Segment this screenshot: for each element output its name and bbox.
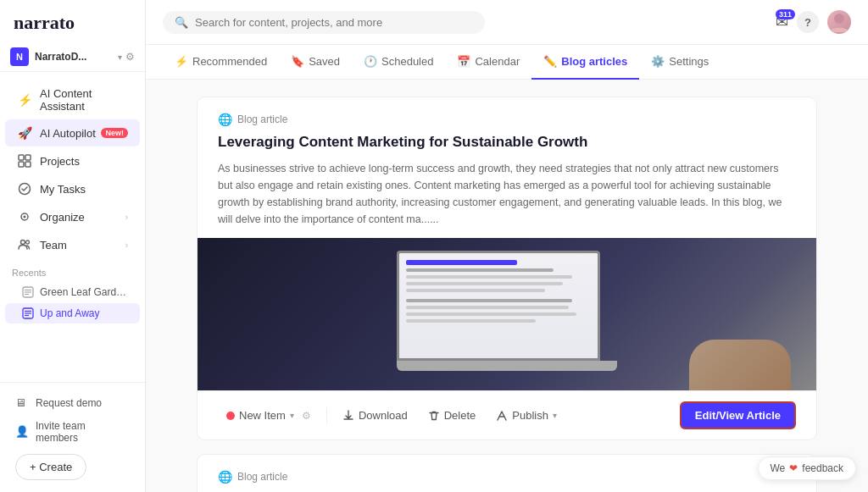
- laptop-illustration: [397, 251, 617, 382]
- sidebar-item-organize[interactable]: Organize ›: [5, 203, 140, 230]
- screen-line: [406, 299, 572, 302]
- sidebar-item-label: Organize: [40, 211, 125, 224]
- recent-item-up-and-away[interactable]: Up and Away: [5, 303, 140, 323]
- tab-saved[interactable]: 🔖 Saved: [279, 45, 352, 80]
- tab-blog-articles[interactable]: ✏️ Blog articles: [531, 45, 639, 80]
- tab-settings[interactable]: ⚙️ Settings: [639, 45, 721, 80]
- sidebar-item-projects[interactable]: Projects: [5, 147, 140, 174]
- calendar-icon: 📅: [457, 55, 470, 68]
- notifications-button[interactable]: ✉ 311: [776, 13, 788, 31]
- app-logo: narrato: [14, 12, 75, 33]
- sidebar-item-label: Team: [40, 239, 125, 252]
- monitor-icon: 🖥: [15, 396, 29, 410]
- separator: [326, 407, 327, 424]
- notification-badge: 311: [776, 9, 795, 19]
- article-image-1: [198, 238, 816, 390]
- new-item-button[interactable]: New Item ▾ ⚙: [218, 404, 320, 427]
- svg-point-7: [21, 240, 25, 245]
- team-icon: [17, 237, 32, 252]
- article-image-visual: [198, 238, 816, 390]
- trash-icon: [428, 410, 440, 422]
- screen-line: [406, 306, 569, 309]
- help-button[interactable]: ?: [797, 11, 819, 33]
- publish-button[interactable]: Publish ▾: [487, 404, 565, 427]
- footer-item-label: Request demo: [36, 397, 102, 409]
- recommended-icon: ⚡: [175, 55, 188, 68]
- sidebar-item-label: AI Autopilot: [40, 127, 97, 140]
- sidebar-item-ai-autopilot[interactable]: 🚀 AI Autopilot New!: [5, 119, 140, 146]
- blog-icon: ✏️: [543, 55, 557, 68]
- workspace-chevron-icon: ▾: [118, 53, 122, 62]
- download-button[interactable]: Download: [334, 404, 416, 427]
- recent-item-green-leaf[interactable]: Green Leaf Gardening: [5, 282, 140, 302]
- heart-icon: ❤: [789, 462, 798, 474]
- recent-item-label: Green Leaf Gardening: [40, 286, 128, 298]
- article-excerpt-1: As businesses strive to achieve long-ter…: [218, 160, 796, 228]
- edit-view-article-button[interactable]: Edit/View Article: [680, 401, 796, 429]
- svg-point-6: [24, 216, 26, 218]
- scheduled-icon: 🕐: [364, 55, 377, 68]
- main-content: 🔍 ✉ 311 ? ⚡ Recommended 🔖 Saved 🕐 Schedu…: [146, 0, 868, 492]
- search-icon: 🔍: [175, 16, 188, 29]
- tab-scheduled[interactable]: 🕐 Scheduled: [352, 45, 445, 80]
- search-box[interactable]: 🔍: [163, 11, 485, 34]
- user-avatar[interactable]: [827, 10, 851, 34]
- workspace-avatar: N: [10, 47, 29, 66]
- screen-line: [406, 275, 572, 279]
- svg-point-8: [26, 240, 30, 244]
- screen-line: [406, 260, 517, 265]
- article-header-2: 🌐 Blog article 7 Proven Strategies for E…: [198, 455, 816, 492]
- expand-arrow-icon: ›: [125, 240, 128, 250]
- article-card-2: 🌐 Blog article 7 Proven Strategies for E…: [197, 454, 817, 492]
- settings-icon: ⚙️: [651, 55, 665, 68]
- svg-point-17: [834, 14, 844, 24]
- content-area: 🌐 Blog article Leveraging Content Market…: [146, 80, 868, 492]
- topbar-actions: ✉ 311 ?: [776, 10, 851, 34]
- article-type-label: 🌐 Blog article: [218, 470, 796, 484]
- add-user-icon: 👤: [15, 425, 29, 439]
- screen-line: [406, 312, 576, 316]
- sidebar-item-my-tasks[interactable]: My Tasks: [5, 175, 140, 202]
- sidebar-item-team[interactable]: Team ›: [5, 231, 140, 258]
- logo-area: narrato: [0, 0, 145, 42]
- tab-recommended[interactable]: ⚡ Recommended: [163, 45, 279, 80]
- hands-visual: [689, 340, 791, 390]
- blog-type-icon: 🌐: [218, 113, 232, 126]
- sidebar-nav: ⚡ AI Content Assistant 🚀 AI Autopilot Ne…: [0, 77, 145, 382]
- workspace-name: NarratoD...: [35, 51, 118, 63]
- recent-icon: [22, 286, 34, 298]
- invite-team-item[interactable]: 👤 Invite team members: [7, 415, 138, 449]
- sidebar-item-ai-content[interactable]: ⚡ AI Content Assistant: [5, 81, 140, 119]
- article-type-label: 🌐 Blog article: [218, 113, 796, 126]
- screen-line: [406, 268, 554, 272]
- tab-calendar[interactable]: 📅 Calendar: [445, 45, 531, 80]
- workspace-selector[interactable]: N NarratoD... ▾ ⚙: [0, 42, 145, 72]
- sidebar-footer: 🖥 Request demo 👤 Invite team members + C…: [0, 382, 145, 492]
- laptop-screen: [397, 251, 600, 361]
- ai-autopilot-icon: 🚀: [17, 125, 32, 141]
- screen-content: [399, 253, 598, 358]
- blog-type-icon: 🌐: [218, 470, 232, 484]
- organize-icon: [17, 209, 32, 224]
- feedback-bubble[interactable]: We ❤ feedback: [758, 456, 857, 480]
- request-demo-item[interactable]: 🖥 Request demo: [7, 391, 138, 415]
- article-title-1: Leveraging Content Marketing for Sustain…: [218, 133, 796, 152]
- laptop-base: [397, 361, 617, 371]
- top-bar: 🔍 ✉ 311 ?: [146, 0, 868, 45]
- settings-icon-small: ⚙: [302, 410, 311, 422]
- delete-button[interactable]: Delete: [420, 404, 485, 427]
- workspace-gear-icon[interactable]: ⚙: [125, 51, 135, 63]
- screen-line: [406, 282, 563, 285]
- sidebar-item-label: My Tasks: [40, 183, 128, 196]
- svg-rect-0: [19, 155, 24, 160]
- expand-arrow-icon: ›: [125, 213, 128, 222]
- article-card-1: 🌐 Blog article Leveraging Content Market…: [197, 97, 817, 440]
- chevron-down-icon: ▾: [553, 411, 557, 420]
- create-button[interactable]: + Create: [15, 454, 86, 480]
- search-input[interactable]: [195, 16, 473, 29]
- article-header-1: 🌐 Blog article Leveraging Content Market…: [198, 97, 816, 238]
- tasks-icon: [17, 181, 32, 196]
- recents-label: Recents: [0, 259, 145, 281]
- download-icon: [342, 410, 354, 422]
- footer-item-label: Invite team members: [36, 420, 130, 444]
